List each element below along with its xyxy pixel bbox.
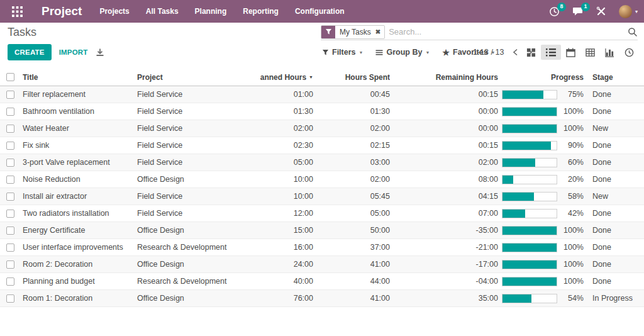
row-checkbox[interactable] [6, 227, 14, 235]
progress-percent: 100% [562, 277, 584, 286]
column-stage[interactable]: Stage [584, 73, 644, 82]
table-row[interactable]: Water HeaterField Service02:0002:0000:00… [0, 120, 644, 137]
progress-bar-fill [502, 294, 531, 303]
star-icon: ★ [442, 48, 450, 57]
export-download-icon[interactable] [96, 48, 104, 57]
row-checkbox-cell [0, 125, 23, 133]
table-row[interactable]: 3-port Valve replacementField Service05:… [0, 154, 644, 171]
select-all-checkbox[interactable] [6, 73, 14, 81]
task-planned-hours: 15:00 [260, 226, 313, 235]
row-checkbox-cell [0, 108, 23, 116]
apps-grid-icon[interactable] [8, 6, 26, 17]
task-remaining-hours: -17:00 [390, 260, 498, 269]
topbar-right: 8 1 ▾ [549, 0, 638, 23]
task-remaining-hours: -21:00 [390, 243, 498, 252]
column-title[interactable]: Title [23, 73, 137, 82]
search-input[interactable] [389, 27, 628, 36]
chevron-down-icon: ▼ [425, 50, 430, 55]
row-checkbox[interactable] [6, 91, 14, 99]
filters-label: Filters [332, 48, 356, 57]
task-planned-hours: 01:00 [260, 90, 313, 99]
row-checkbox[interactable] [6, 176, 14, 184]
column-planned-hours[interactable]: Planned Hours ▼ [260, 73, 313, 82]
table-row[interactable]: Room 1: DecorationOffice Design76:0041:0… [0, 290, 644, 307]
app-title[interactable]: Project [42, 4, 82, 18]
pager-text: 1-13 / 13 [473, 48, 504, 57]
tools-icon [596, 6, 606, 16]
row-checkbox[interactable] [6, 142, 14, 150]
messages-button[interactable]: 1 [572, 6, 584, 16]
task-progress-cell: 100% [498, 277, 584, 286]
table-row[interactable]: Energy CertificateOffice Design15:0050:0… [0, 222, 644, 239]
table-row[interactable]: Two radiators installationField Service1… [0, 205, 644, 222]
menu-configuration[interactable]: Configuration [295, 7, 345, 16]
activities-button[interactable]: 8 [549, 6, 560, 17]
row-checkbox[interactable] [6, 193, 14, 201]
progress-bar-fill [502, 260, 557, 269]
row-checkbox-cell [0, 294, 23, 303]
pager-previous-icon[interactable] [513, 48, 518, 56]
menu-planning[interactable]: Planning [195, 7, 227, 16]
task-stage: Done [584, 175, 644, 184]
user-menu[interactable]: ▾ [619, 5, 638, 18]
task-planned-hours: 76:00 [260, 294, 313, 303]
task-project: Field Service [137, 158, 260, 167]
task-project: Office Design [137, 294, 260, 303]
row-checkbox[interactable] [6, 159, 14, 167]
table-row[interactable]: Install air extractorField Service10:000… [0, 188, 644, 205]
page-title: Tasks [8, 26, 36, 39]
row-checkbox[interactable] [6, 294, 14, 303]
task-progress-cell: 75% [498, 90, 584, 99]
filters-dropdown[interactable]: Filters ▼ [322, 48, 363, 57]
column-project[interactable]: Project [137, 73, 260, 82]
table-row[interactable]: Fix sinkField Service02:3002:1500:1590%D… [0, 137, 644, 154]
column-progress[interactable]: Progress [498, 73, 584, 82]
import-button[interactable]: IMPORT [59, 48, 88, 56]
row-checkbox[interactable] [6, 125, 14, 133]
task-hours-spent: 41:00 [313, 294, 390, 303]
task-progress-cell: 60% [498, 158, 584, 167]
task-project: Field Service [137, 209, 260, 218]
task-stage: Done [584, 243, 644, 252]
row-checkbox-cell [0, 176, 23, 184]
list-view-icon[interactable] [541, 45, 561, 60]
column-remaining-hours[interactable]: Remaining Hours [390, 73, 498, 82]
task-title: Bathroom ventilation [23, 107, 137, 116]
search-icon[interactable] [628, 27, 638, 37]
task-hours-spent: 03:00 [313, 158, 390, 167]
task-stage: Done [584, 277, 644, 286]
groupby-dropdown[interactable]: Group By ▼ [375, 48, 430, 57]
pivot-view-icon[interactable] [580, 45, 600, 60]
row-checkbox[interactable] [6, 277, 14, 286]
table-row[interactable]: Bathroom ventilationField Service01:3001… [0, 103, 644, 120]
graph-view-icon[interactable] [600, 45, 619, 60]
table-row[interactable]: Noise ReductionOffice Design10:0002:0008… [0, 171, 644, 188]
column-hours-spent[interactable]: Hours Spent [313, 73, 390, 82]
row-checkbox[interactable] [6, 244, 14, 252]
create-button[interactable]: CREATE [8, 44, 52, 60]
table-row[interactable]: User interface improvementsResearch & De… [0, 239, 644, 256]
facet-remove-icon[interactable]: ✖ [375, 26, 384, 38]
table-row[interactable]: Planning and budgetResearch & Developmen… [0, 273, 644, 290]
sort-caret-icon: ▼ [309, 75, 313, 79]
table-row[interactable]: Filter replacementField Service01:0000:4… [0, 86, 644, 103]
task-hours-spent: 37:00 [313, 243, 390, 252]
kanban-view-icon[interactable] [521, 45, 541, 60]
calendar-view-icon[interactable] [561, 45, 580, 60]
task-title: Filter replacement [23, 90, 137, 99]
row-checkbox[interactable] [6, 210, 14, 218]
row-checkbox[interactable] [6, 108, 14, 116]
tools-button[interactable] [596, 6, 606, 16]
row-checkbox-cell [0, 244, 23, 252]
activity-view-icon[interactable] [619, 45, 639, 60]
row-checkbox-cell [0, 277, 23, 286]
row-checkbox[interactable] [6, 260, 14, 269]
progress-percent: 60% [562, 158, 584, 167]
menu-projects[interactable]: Projects [99, 7, 129, 16]
task-stage: Done [584, 107, 644, 116]
task-title: Room 2: Decoration [23, 260, 137, 269]
table-row[interactable]: Room 2: DecorationOffice Design24:0041:0… [0, 256, 644, 273]
menu-reporting[interactable]: Reporting [243, 7, 279, 16]
task-hours-spent: 41:00 [313, 260, 390, 269]
menu-all-tasks[interactable]: All Tasks [146, 7, 179, 16]
